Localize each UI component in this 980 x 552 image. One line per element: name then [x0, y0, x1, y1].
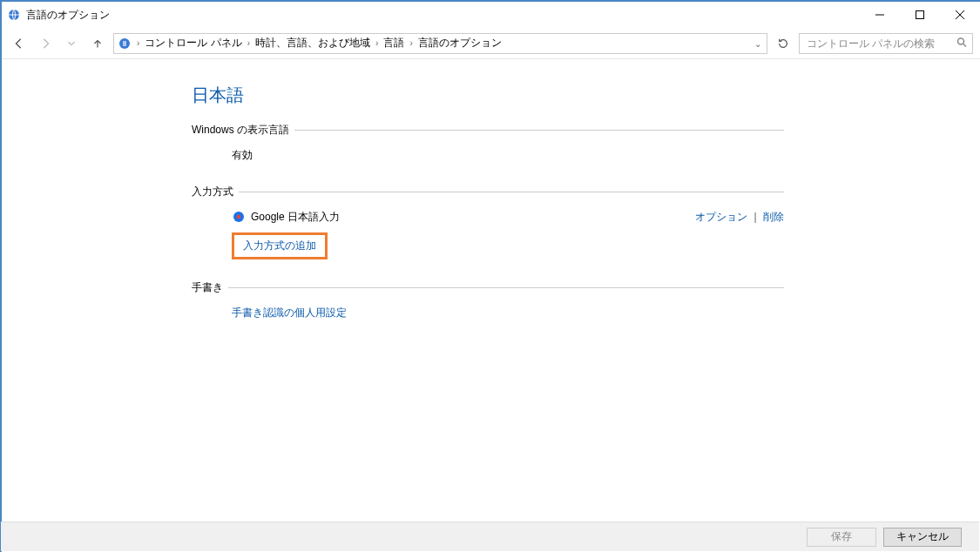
chevron-right-icon: › [372, 38, 382, 48]
up-button[interactable] [87, 33, 108, 54]
save-button[interactable]: 保存 [807, 528, 876, 547]
footer-bar: 保存 キャンセル [1, 522, 979, 551]
ime-actions: オプション | 削除 [695, 210, 784, 225]
control-panel-icon [118, 37, 132, 50]
ime-name: Google 日本語入力 [251, 210, 695, 225]
section-handwriting: 手書き 手書き認識の個人用設定 [192, 280, 784, 321]
window-controls [860, 2, 980, 28]
language-heading: 日本語 [192, 84, 784, 107]
back-button[interactable] [9, 33, 30, 54]
chevron-right-icon: › [406, 38, 416, 48]
app-icon [7, 8, 21, 22]
address-bar[interactable]: › コントロール パネル › 時計、言語、および地域 › 言語 › 言語のオプシ… [113, 33, 767, 54]
recent-dropdown[interactable] [61, 33, 82, 54]
window-title: 言語のオプション [26, 8, 110, 23]
breadcrumb-item[interactable]: 言語のオプション [416, 36, 504, 50]
ime-icon [232, 210, 246, 224]
svg-line-8 [963, 44, 966, 46]
forward-button[interactable] [35, 33, 56, 54]
add-input-method-link[interactable]: 入力方式の追加 [243, 239, 316, 252]
divider [294, 130, 784, 131]
refresh-button[interactable] [773, 33, 794, 54]
divider [239, 192, 784, 192]
display-language-status: 有効 [232, 148, 253, 163]
ime-remove-link[interactable]: 削除 [763, 211, 784, 223]
separator: | [751, 211, 760, 223]
title-bar-left: 言語のオプション [7, 8, 110, 23]
chevron-right-icon: › [244, 38, 253, 48]
navigation-row: › コントロール パネル › 時計、言語、および地域 › 言語 › 言語のオプシ… [2, 28, 980, 59]
cancel-button[interactable]: キャンセル [883, 528, 962, 547]
section-title: 手書き [192, 280, 228, 295]
section-title: Windows の表示言語 [192, 123, 294, 138]
search-input[interactable] [805, 37, 967, 50]
section-title: 入力方式 [192, 185, 239, 199]
address-dropdown-icon[interactable]: ⌄ [754, 38, 761, 48]
divider [228, 287, 784, 288]
title-bar: 言語のオプション [2, 2, 980, 28]
svg-point-7 [958, 38, 964, 44]
search-icon [956, 37, 967, 50]
chevron-right-icon: › [133, 38, 143, 48]
ime-options-link[interactable]: オプション [695, 211, 747, 223]
svg-point-10 [237, 215, 241, 219]
handwriting-personalize-link[interactable]: 手書き認識の個人用設定 [232, 306, 347, 320]
section-display-language: Windows の表示言語 有効 [192, 123, 784, 164]
svg-rect-2 [916, 11, 924, 19]
svg-rect-6 [123, 41, 126, 46]
content-area: 日本語 Windows の表示言語 有効 入力方式 [2, 59, 980, 522]
breadcrumb-item[interactable]: 言語 [382, 36, 406, 50]
close-button[interactable] [940, 2, 980, 28]
highlight-box: 入力方式の追加 [232, 232, 328, 259]
minimize-button[interactable] [860, 2, 900, 28]
breadcrumb-item[interactable]: コントロール パネル [143, 36, 243, 50]
maximize-button[interactable] [900, 2, 940, 28]
search-box[interactable] [799, 33, 973, 54]
breadcrumb-item[interactable]: 時計、言語、および地域 [253, 36, 372, 50]
section-input-method: 入力方式 Google 日本語入力 オプション | 削除 [192, 185, 784, 259]
